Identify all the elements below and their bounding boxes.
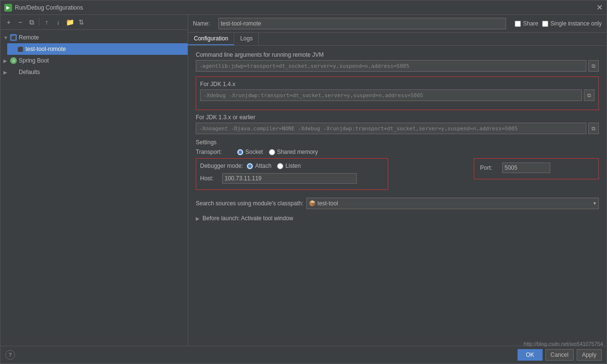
move-down-button[interactable]: ↓ bbox=[53, 17, 63, 27]
shared-memory-label[interactable]: Shared memory bbox=[277, 149, 318, 155]
help-button[interactable]: ? bbox=[5, 350, 15, 360]
expand-arrow-spring-boot: ▶ bbox=[3, 58, 8, 63]
debugger-mode-label: Debugger mode: bbox=[200, 163, 243, 169]
cmd-input[interactable] bbox=[196, 60, 586, 72]
host-port-section: Debugger mode: Attach Listen bbox=[196, 158, 599, 194]
before-launch-label: Before launch: Activate tool window bbox=[202, 215, 293, 222]
config-label: test-tool-romote bbox=[25, 46, 66, 52]
settings-title: Settings bbox=[196, 139, 599, 146]
jdk14-row: ⧉ bbox=[200, 89, 594, 101]
name-label: Name: bbox=[193, 20, 215, 27]
move-up-button[interactable]: ↑ bbox=[41, 17, 52, 27]
add-config-button[interactable]: + bbox=[3, 17, 14, 27]
bottom-bar: ? OK Cancel Apply bbox=[0, 346, 607, 364]
right-panel: Name: Share Single instance only Configu… bbox=[188, 15, 607, 346]
remote-label: Remote bbox=[19, 34, 39, 41]
watermark: http://blog.csdn.net/wo541075754 bbox=[524, 341, 603, 347]
listen-label[interactable]: Listen bbox=[285, 163, 301, 169]
tabs-bar: Configuration Logs bbox=[188, 33, 607, 46]
socket-label[interactable]: Socket bbox=[245, 149, 263, 155]
sort-button[interactable]: ⇅ bbox=[76, 17, 87, 27]
transport-shared-memory-option[interactable]: Shared memory bbox=[269, 149, 318, 155]
jdk14-label: For JDK 1.4.x bbox=[200, 81, 594, 88]
before-launch-arrow: ▶ bbox=[196, 216, 200, 221]
tab-logs[interactable]: Logs bbox=[234, 33, 259, 45]
single-instance-checkbox-group: Single instance only bbox=[542, 20, 602, 27]
jdk13-label: For JDK 1.3.x or earlier bbox=[196, 114, 599, 121]
config-icon: ⬛ bbox=[17, 46, 24, 52]
copy-config-button[interactable]: ⧉ bbox=[26, 17, 37, 27]
module-select[interactable]: 📦 test-tool bbox=[306, 198, 599, 209]
host-label: Host: bbox=[200, 175, 219, 182]
dialog-icon: ▶ bbox=[4, 4, 12, 12]
transport-radio-group: Socket Shared memory bbox=[237, 149, 318, 155]
module-select-wrapper: 📦 test-tool bbox=[306, 198, 599, 209]
defaults-label: Defaults bbox=[19, 69, 40, 75]
module-label: Search sources using module's classpath: bbox=[196, 200, 304, 207]
attach-option[interactable]: Attach bbox=[247, 163, 271, 169]
host-input[interactable] bbox=[222, 173, 357, 184]
port-row: Port: bbox=[480, 163, 593, 173]
before-launch[interactable]: ▶ Before launch: Activate tool window bbox=[196, 215, 599, 222]
spring-boot-icon: ⊙ bbox=[10, 57, 17, 64]
tab-configuration[interactable]: Configuration bbox=[188, 33, 234, 45]
cmd-row: ⧉ bbox=[196, 60, 599, 72]
remove-config-button[interactable]: − bbox=[15, 17, 25, 27]
name-input[interactable] bbox=[218, 18, 506, 29]
sidebar-item-spring-boot[interactable]: ▶ ⊙ Spring Boot bbox=[0, 55, 188, 66]
sidebar: + − ⧉ ↑ ↓ 📁 ⇅ ▼ ⬛ Remote ⬛ bbox=[0, 15, 188, 346]
config-panel: Command line arguments for running remot… bbox=[188, 46, 607, 346]
single-instance-checkbox[interactable] bbox=[542, 21, 548, 27]
settings-section: Settings Transport: Socket Shared memory bbox=[196, 139, 599, 209]
name-bar: Name: Share Single instance only bbox=[188, 15, 607, 33]
apply-button[interactable]: Apply bbox=[577, 349, 602, 361]
jdk14-input[interactable] bbox=[200, 89, 582, 101]
single-instance-label[interactable]: Single instance only bbox=[550, 20, 602, 27]
jdk13-row: ⧉ bbox=[196, 123, 599, 134]
remote-icon: ⬛ bbox=[10, 34, 17, 41]
sidebar-item-remote[interactable]: ▼ ⬛ Remote bbox=[0, 32, 188, 43]
debugger-mode-box: Debugger mode: Attach Listen bbox=[196, 158, 388, 190]
sidebar-item-test-tool-romote[interactable]: ⬛ test-tool-romote bbox=[7, 43, 188, 55]
folder-button[interactable]: 📁 bbox=[64, 17, 75, 27]
debugger-mode-row: Debugger mode: Attach Listen bbox=[200, 163, 384, 169]
socket-radio[interactable] bbox=[237, 149, 243, 155]
left-debug-section: Debugger mode: Attach Listen bbox=[196, 158, 470, 194]
transport-socket-option[interactable]: Socket bbox=[237, 149, 263, 155]
action-buttons: OK Cancel Apply bbox=[518, 349, 602, 361]
shared-memory-radio[interactable] bbox=[269, 149, 275, 155]
listen-option[interactable]: Listen bbox=[277, 163, 301, 169]
listen-radio[interactable] bbox=[277, 163, 283, 169]
expand-arrow-remote: ▼ bbox=[3, 35, 8, 40]
debugger-mode-radio-group: Attach Listen bbox=[247, 163, 301, 169]
attach-radio[interactable] bbox=[247, 163, 253, 169]
jdk13-input[interactable] bbox=[196, 123, 586, 134]
expand-arrow-defaults: ▶ bbox=[3, 70, 8, 75]
jdk14-copy-button[interactable]: ⧉ bbox=[584, 89, 594, 101]
port-box: Port: bbox=[474, 158, 599, 179]
jdk14-box: For JDK 1.4.x ⧉ bbox=[196, 76, 599, 110]
transport-row: Transport: Socket Shared memory bbox=[196, 149, 599, 155]
main-content: + − ⧉ ↑ ↓ 📁 ⇅ ▼ ⬛ Remote ⬛ bbox=[0, 15, 607, 346]
jdk13-copy-button[interactable]: ⧉ bbox=[588, 123, 599, 134]
share-checkbox[interactable] bbox=[515, 21, 521, 27]
sidebar-toolbar: + − ⧉ ↑ ↓ 📁 ⇅ bbox=[0, 15, 188, 30]
close-button[interactable]: ✕ bbox=[596, 4, 603, 12]
toolbar-separator bbox=[39, 18, 39, 26]
title-bar: ▶ Run/Debug Configurations ✕ bbox=[0, 0, 607, 15]
port-label: Port: bbox=[480, 164, 499, 171]
dialog-title: Run/Debug Configurations bbox=[15, 4, 83, 11]
ok-button[interactable]: OK bbox=[518, 349, 542, 361]
sidebar-item-defaults[interactable]: ▶ Defaults bbox=[0, 66, 188, 78]
port-input[interactable] bbox=[502, 163, 550, 173]
cancel-button[interactable]: Cancel bbox=[545, 349, 574, 361]
spring-boot-label: Spring Boot bbox=[19, 57, 49, 64]
sidebar-tree: ▼ ⬛ Remote ⬛ test-tool-romote ▶ ⊙ Spring… bbox=[0, 30, 188, 346]
cmd-copy-button[interactable]: ⧉ bbox=[588, 60, 599, 72]
run-debug-dialog: ▶ Run/Debug Configurations ✕ + − ⧉ ↑ ↓ 📁… bbox=[0, 0, 607, 364]
attach-label[interactable]: Attach bbox=[255, 163, 271, 169]
share-label[interactable]: Share bbox=[523, 20, 538, 27]
name-right-options: Share Single instance only bbox=[515, 20, 602, 27]
host-row: Host: bbox=[200, 173, 384, 184]
share-checkbox-group: Share bbox=[515, 20, 538, 27]
